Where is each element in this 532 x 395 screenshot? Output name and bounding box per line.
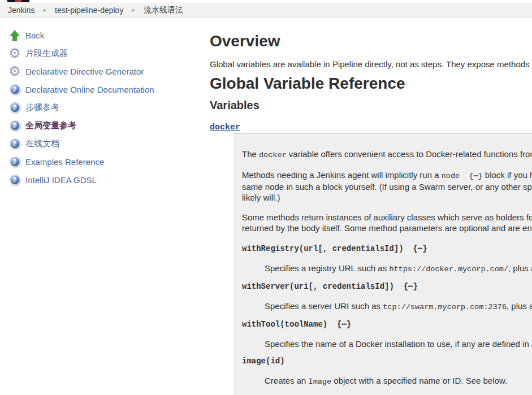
question-icon: ?	[8, 137, 21, 150]
text-span: same node in such a block yourself. (If …	[242, 182, 532, 192]
help-paragraph: Some methods return instances of auxilia…	[242, 212, 532, 235]
variables-heading: Variables	[210, 99, 532, 111]
jenkins-logo-fragment	[15, 0, 21, 2]
side-item-label: 在线文档	[25, 138, 59, 149]
text-span: Specifies the name of a Docker installat…	[265, 339, 532, 349]
question-icon: ?	[8, 83, 21, 96]
method-description: Specifies a registry URL such as https:/…	[265, 263, 532, 275]
method-signature: withServer(uri[, credentialsId]) {⋯}	[242, 281, 532, 292]
text-span: , plus an optional credentials ID to con…	[508, 263, 532, 273]
text-span: Specifies a server URI such as	[265, 301, 383, 311]
text-span: object with a specified name or ID. See …	[331, 376, 507, 385]
breadcrumb-item[interactable]: 流水线语法	[144, 5, 183, 15]
text-span: , plus an optional credentials ID to con…	[507, 301, 532, 311]
side-item-label: Examples Reference	[25, 157, 104, 167]
text-span: Specifies a registry URL such as	[265, 263, 389, 273]
docker-variable-entry: docker	[210, 122, 532, 132]
breadcrumb-item[interactable]: test-pipeline-deploy	[55, 6, 123, 15]
help-paragraph: The docker variable offers convenient ac…	[242, 149, 532, 160]
breadcrumb-item[interactable]: Jenkins	[8, 6, 34, 15]
help-paragraph: Methods needing a Jenkins agent will imp…	[242, 170, 532, 203]
text-span: Creates an	[265, 376, 309, 385]
side-item[interactable]: ⚙Declarative Directive Generator	[0, 62, 210, 80]
code-span: tcp://swarm.mycorp.com:2376	[383, 303, 507, 311]
side-item[interactable]: ?Declarative Online Documentation	[0, 80, 210, 98]
side-item-label: Back	[25, 31, 44, 40]
main-panel: Overview Global variables are available …	[210, 18, 532, 395]
docker-variable-link[interactable]: docker	[210, 123, 240, 132]
breadcrumb-separator-icon: ▸	[132, 6, 135, 14]
jenkins-pipeline-syntax-page: { "colors": { "link_blue": "#46699b", "c…	[0, 0, 532, 395]
side-item-label: 全局变量参考	[25, 120, 76, 131]
side-item[interactable]: ?步骤参考	[0, 98, 210, 116]
method-signature: withTool(toolName) {⋯}	[242, 319, 532, 330]
side-item-label: Declarative Directive Generator	[25, 67, 144, 76]
code-span: docker	[259, 151, 287, 159]
question-icon: ?	[8, 101, 21, 114]
text-span: likely will.)	[242, 193, 280, 202]
text-span: returned by the body itself. Some method…	[242, 223, 532, 233]
gear-icon: ⚙	[8, 64, 21, 78]
docker-help-wrapper: The docker variable offers convenient ac…	[235, 133, 532, 395]
code-span: node {⋯}	[442, 172, 483, 180]
side-item[interactable]: ?在线文档	[0, 134, 210, 153]
side-item[interactable]: Back	[0, 26, 210, 44]
text-span: block if you have not wrapped them in on…	[483, 170, 532, 180]
gear-icon: ⚙	[8, 46, 21, 60]
docker-help-panel: The docker variable offers convenient ac…	[235, 133, 532, 395]
code-span: Image	[309, 377, 332, 386]
method-signature: withRegistry(url[, credentialsId]) {⋯}	[242, 244, 532, 254]
side-panel: Back⚙片段生成器⚙Declarative Directive Generat…	[0, 18, 210, 189]
side-item-label: 步骤参考	[25, 102, 59, 113]
text-span: Global variables are available in Pipeli…	[210, 59, 532, 69]
side-item[interactable]: ?IntelliJ IDEA GDSL	[0, 171, 210, 189]
text-span: variable offers convenient access to Doc…	[287, 149, 532, 159]
text-span: Some methods return instances of auxilia…	[242, 212, 532, 222]
side-item[interactable]: ?全局变量参考	[0, 116, 210, 134]
side-item-label: Declarative Online Documentation	[25, 85, 154, 94]
text-span: Methods needing a Jenkins agent will imp…	[242, 170, 442, 180]
method-description: Specifies the name of a Docker installat…	[265, 338, 532, 349]
method-description: Specifies a server URI such as tcp://swa…	[265, 301, 532, 312]
question-icon: ?	[8, 119, 21, 132]
side-item-label: 片段生成器	[25, 48, 68, 59]
breadcrumb: Jenkins▸test-pipeline-deploy▸流水线语法	[0, 3, 532, 18]
overview-intro: Global variables are available in Pipeli…	[210, 59, 532, 70]
side-item[interactable]: ?Examples Reference	[0, 153, 210, 171]
back-arrow-icon	[8, 28, 21, 42]
window-top-edge-fragment	[7, 0, 29, 2]
side-item[interactable]: ⚙片段生成器	[0, 44, 210, 62]
method-signature: image(id)	[242, 356, 532, 367]
question-icon: ?	[8, 155, 21, 168]
breadcrumb-separator-icon: ▸	[43, 6, 46, 14]
question-icon: ?	[8, 173, 21, 186]
overview-title: Overview	[210, 33, 532, 50]
global-variable-reference-title: Global Variable Reference	[210, 75, 532, 92]
method-description: Creates an Image object with a specified…	[265, 375, 532, 387]
code-span: https://docker.mycorp.com/	[389, 265, 508, 274]
side-item-label: IntelliJ IDEA GDSL	[25, 175, 97, 185]
text-span: The	[242, 149, 259, 159]
